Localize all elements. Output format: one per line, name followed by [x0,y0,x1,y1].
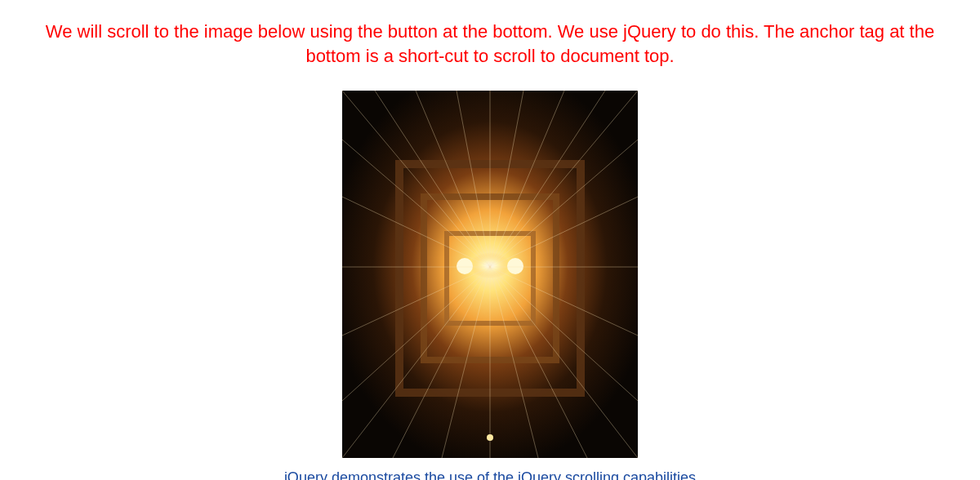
partial-lower-text: …jQuery demonstrates the use of the jQue… [0,469,980,480]
svg-point-6 [507,258,523,274]
page-content: We will scroll to the image below using … [0,0,980,480]
demo-image [342,91,638,458]
light-burst-image [342,91,638,458]
svg-point-5 [457,258,473,274]
intro-heading: We will scroll to the image below using … [8,20,972,68]
